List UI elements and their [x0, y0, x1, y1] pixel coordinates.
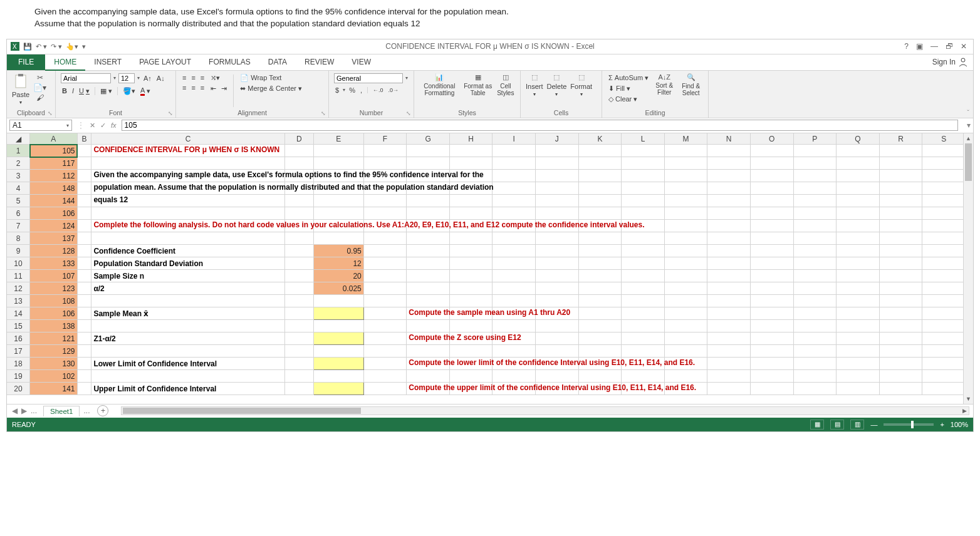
cell[interactable]	[879, 145, 922, 157]
cell[interactable]	[922, 195, 966, 207]
cell[interactable]	[750, 270, 793, 282]
cell[interactable]	[664, 170, 707, 182]
cell[interactable]	[363, 345, 407, 358]
cell[interactable]: Compute the upper limit of the confidenc…	[407, 383, 450, 395]
row-header[interactable]: 5	[7, 195, 30, 207]
cell[interactable]	[879, 157, 922, 170]
cell[interactable]	[707, 170, 751, 182]
row-header[interactable]: 1	[7, 145, 30, 157]
cell[interactable]	[793, 307, 837, 320]
cell[interactable]	[664, 220, 707, 232]
cell[interactable]	[622, 157, 665, 170]
cell[interactable]	[793, 182, 837, 195]
cell[interactable]	[793, 207, 837, 220]
dropdown-icon[interactable]: ▾	[137, 75, 140, 81]
cell[interactable]	[407, 207, 450, 220]
cell[interactable]: 117	[30, 157, 77, 170]
sheet-tab-active[interactable]: Sheet1	[43, 406, 80, 416]
cell[interactable]	[879, 383, 922, 395]
cell[interactable]: α/2	[91, 282, 285, 295]
cell[interactable]	[750, 358, 793, 370]
cell[interactable]	[536, 295, 579, 307]
cell[interactable]	[493, 257, 536, 270]
cut-icon[interactable]: ✂	[33, 73, 46, 82]
cell[interactable]	[707, 270, 751, 282]
cell[interactable]	[493, 320, 536, 332]
cell[interactable]	[536, 282, 579, 295]
cell[interactable]	[313, 195, 363, 207]
minimize-icon[interactable]: —	[930, 42, 938, 51]
cell[interactable]	[363, 282, 407, 295]
row-header[interactable]: 11	[7, 270, 30, 282]
cell[interactable]	[664, 195, 707, 207]
cell[interactable]	[449, 320, 493, 332]
delete-button[interactable]: ⬚Delete▾	[547, 73, 567, 97]
cell[interactable]	[493, 345, 536, 358]
col-header[interactable]: J	[536, 133, 579, 145]
cell[interactable]: CONFIDENCE INTERVAL FOR μ WHEN σ IS KNOW…	[91, 145, 285, 157]
cell[interactable]	[313, 145, 363, 157]
copy-icon[interactable]: 📄▾	[33, 83, 46, 92]
cell[interactable]	[922, 220, 966, 232]
cell[interactable]	[536, 270, 579, 282]
align-left-icon[interactable]: ≡	[181, 83, 187, 92]
cell[interactable]	[578, 207, 622, 220]
cell[interactable]	[837, 307, 880, 320]
cell[interactable]	[77, 257, 91, 270]
cell[interactable]	[77, 145, 91, 157]
cell[interactable]	[578, 170, 622, 182]
cell[interactable]	[664, 320, 707, 332]
cell[interactable]	[922, 345, 966, 358]
cell[interactable]	[407, 295, 450, 307]
row-header[interactable]: 6	[7, 207, 30, 220]
new-sheet-button[interactable]: +	[97, 405, 108, 416]
cell[interactable]	[407, 282, 450, 295]
cell[interactable]	[750, 232, 793, 245]
tab-formulas[interactable]: FORMULAS	[200, 54, 259, 70]
cell[interactable]	[536, 257, 579, 270]
cell[interactable]	[750, 157, 793, 170]
increase-decimal-icon[interactable]: ←.0	[372, 86, 385, 94]
row-header[interactable]: 8	[7, 232, 30, 245]
cell[interactable]	[363, 232, 407, 245]
col-header[interactable]: I	[493, 133, 536, 145]
cell[interactable]	[622, 332, 665, 345]
cell[interactable]	[449, 257, 493, 270]
cell[interactable]	[622, 307, 665, 320]
cell[interactable]	[793, 257, 837, 270]
cell[interactable]	[313, 295, 363, 307]
increase-font-icon[interactable]: A↑	[142, 74, 153, 83]
cell[interactable]	[363, 320, 407, 332]
cell[interactable]	[750, 370, 793, 383]
cell[interactable]	[750, 383, 793, 395]
cell[interactable]	[285, 358, 314, 370]
scroll-thumb[interactable]	[965, 143, 972, 181]
cell[interactable]	[837, 320, 880, 332]
fill-button[interactable]: ⬇ Fill ▾	[607, 84, 650, 93]
cell[interactable]	[493, 282, 536, 295]
cell[interactable]	[91, 157, 285, 170]
cell[interactable]	[578, 370, 622, 383]
cell[interactable]	[285, 282, 314, 295]
merge-center-button[interactable]: ⬌ Merge & Center ▾	[239, 84, 303, 93]
decrease-decimal-icon[interactable]: .0→	[387, 86, 400, 94]
cell[interactable]	[922, 295, 966, 307]
cell[interactable]	[664, 182, 707, 195]
cell[interactable]	[879, 320, 922, 332]
file-tab[interactable]: FILE	[7, 54, 45, 70]
ribbon-display-icon[interactable]: ▣	[916, 42, 923, 51]
cell[interactable]	[285, 370, 314, 383]
col-header[interactable]: D	[285, 133, 314, 145]
cell[interactable]: 107	[30, 270, 77, 282]
cell[interactable]	[91, 232, 285, 245]
cell[interactable]	[77, 245, 91, 257]
cell[interactable]	[493, 157, 536, 170]
col-header[interactable]: C	[91, 133, 285, 145]
cell[interactable]	[407, 345, 450, 358]
cell[interactable]	[493, 245, 536, 257]
cell[interactable]	[750, 345, 793, 358]
cell[interactable]	[837, 257, 880, 270]
cell[interactable]	[493, 232, 536, 245]
cell[interactable]	[77, 332, 91, 345]
horizontal-scrollbar[interactable]: ◀ ▶	[121, 406, 969, 415]
